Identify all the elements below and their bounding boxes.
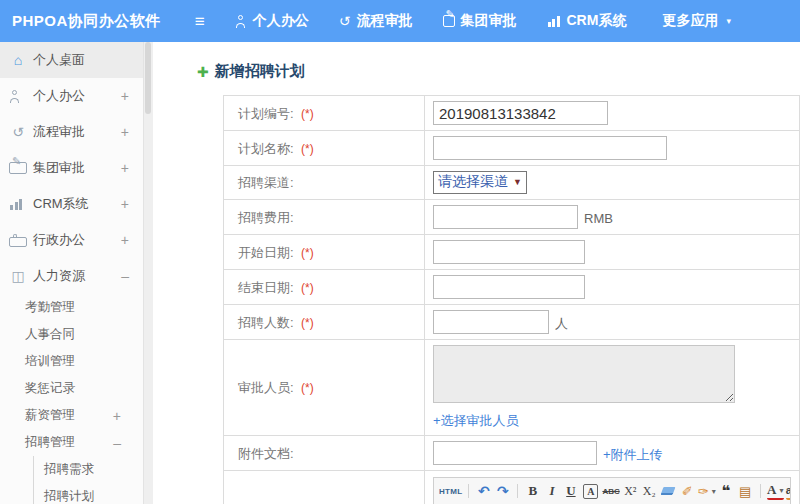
undo-button[interactable]: ↶: [475, 482, 492, 500]
sidebar: ⌂个人桌面个人办公+↺流程审批+集团审批+CRM系统+行政办公+◫人力资源–考勤…: [0, 42, 143, 504]
italic-button[interactable]: I: [543, 482, 560, 500]
editor-toolbar-row-1: HTML↶↷BIUAABCX²X₂✐✑▾❝▤A▾ab▾: [434, 478, 790, 504]
sidebar-item-recruit-demand[interactable]: 招聘需求: [34, 456, 143, 483]
book-icon: ◫: [9, 269, 27, 283]
expand-toggle-icon[interactable]: –: [113, 435, 121, 451]
subscript-button[interactable]: X₂: [641, 482, 658, 500]
sidebar-item-salary-mgmt[interactable]: 薪资管理+: [0, 402, 143, 429]
chart-icon: [9, 198, 27, 210]
recruit-fee-label: 招聘费用:: [238, 210, 294, 225]
start-date-input[interactable]: [433, 240, 585, 264]
topbar: PHPOA协同办公软件 ≡ 个人办公↺流程审批集团审批CRM系统更多应用▾: [0, 0, 800, 42]
page-title: ✚ 新增招聘计划: [197, 62, 800, 81]
end-date-value-cell: [425, 270, 800, 305]
sidebar-item-crm-system[interactable]: CRM系统+: [0, 186, 143, 222]
expand-toggle-icon[interactable]: +: [121, 124, 129, 140]
redo-button[interactable]: ↷: [494, 482, 511, 500]
attachment-input[interactable]: [433, 441, 597, 465]
sidebar-item-recruit-plan[interactable]: 招聘计划: [34, 483, 143, 504]
sidebar-item-attendance-mgmt[interactable]: 考勤管理: [0, 294, 143, 321]
format-painter-dropdown[interactable]: ✑▾: [698, 482, 716, 500]
home-icon: ⌂: [9, 53, 27, 67]
caret-down-icon: ▾: [712, 487, 716, 496]
edit-icon: [443, 15, 455, 27]
menu-toggle-icon[interactable]: ≡: [195, 13, 205, 30]
recruit-fee-input[interactable]: [433, 205, 578, 229]
sidebar-item-admin-office[interactable]: 行政办公+: [0, 222, 143, 258]
expand-toggle-icon[interactable]: +: [121, 196, 129, 212]
process-icon: ↺: [339, 14, 351, 28]
superscript-button[interactable]: X²: [622, 482, 639, 500]
personal-desktop-label: 个人桌面: [33, 51, 133, 69]
scrollbar-thumb[interactable]: [145, 42, 151, 114]
underline-button[interactable]: U: [562, 482, 579, 500]
expand-toggle-icon[interactable]: +: [121, 232, 129, 248]
approvers-label: 审批人员:: [238, 380, 294, 395]
personal-office-label: 个人办公: [253, 12, 309, 30]
topnav-crm-system[interactable]: CRM系统: [547, 12, 627, 30]
training-mgmt-label: 培训管理: [25, 353, 143, 370]
remove-format-button[interactable]: ✐: [679, 482, 696, 500]
recruit-fee-value-cell: RMB: [425, 200, 800, 235]
form-row-attachment: 附件文档:+附件上传: [224, 436, 800, 471]
human-resources-label: 人力资源: [33, 267, 121, 285]
caret-down-icon: ▼: [513, 177, 522, 187]
recruit-plan-form: 计划编号: (*)计划名称: (*)招聘渠道:请选择渠道▼招聘费用:RMB开始日…: [223, 95, 800, 504]
recruit-channel-select[interactable]: 请选择渠道▼: [433, 171, 527, 194]
attachment-label-cell: 附件文档:: [224, 436, 425, 471]
sidebar-item-group-approval[interactable]: 集团审批+: [0, 150, 143, 186]
topnav-group-approval[interactable]: 集团审批: [443, 12, 517, 30]
paste-button[interactable]: ▤: [737, 482, 754, 500]
required-mark: (*): [298, 381, 314, 395]
topnav-personal-office[interactable]: 个人办公: [235, 12, 309, 30]
sidebar-item-hr-contract[interactable]: 人事合同: [0, 321, 143, 348]
plan-name-label: 计划名称:: [238, 141, 294, 156]
sidebar-item-personal-office[interactable]: 个人办公+: [0, 78, 143, 114]
topnav-workflow-approval[interactable]: ↺流程审批: [339, 12, 413, 30]
required-mark: (*): [298, 316, 314, 330]
sidebar-item-personal-desktop[interactable]: ⌂个人桌面: [0, 42, 143, 78]
expand-toggle-icon[interactable]: +: [121, 160, 129, 176]
sidebar-item-recruitment-mgmt[interactable]: 招聘管理–: [0, 429, 143, 456]
chart-icon: [547, 15, 561, 27]
approvers-link[interactable]: +选择审批人员: [433, 413, 519, 428]
sidebar-item-human-resources[interactable]: ◫人力资源–: [0, 258, 143, 294]
main-content: ✚ 新增招聘计划 计划编号: (*)计划名称: (*)招聘渠道:请选择渠道▼招聘…: [153, 42, 800, 504]
sidebar-item-reward-punishment[interactable]: 奖惩记录: [0, 375, 143, 402]
app-window: PHPOA协同办公软件 ≡ 个人办公↺流程审批集团审批CRM系统更多应用▾ ⌂个…: [0, 0, 800, 504]
form-row-recruit-channel: 招聘渠道:请选择渠道▼: [224, 166, 800, 200]
char-border-button[interactable]: A: [583, 484, 598, 499]
sidebar-scrollbar[interactable]: [143, 42, 153, 504]
caret-down-icon: ▾: [779, 486, 783, 495]
strikethrough-button[interactable]: ABC: [602, 482, 619, 500]
start-date-value-cell: [425, 235, 800, 270]
end-date-label-cell: 结束日期: (*): [224, 270, 425, 305]
bold-button[interactable]: B: [524, 482, 541, 500]
end-date-input[interactable]: [433, 275, 585, 299]
plan-name-input[interactable]: [433, 136, 667, 160]
required-mark: (*): [298, 246, 314, 260]
sidebar-item-workflow-approval[interactable]: ↺流程审批+: [0, 114, 143, 150]
expand-toggle-icon[interactable]: –: [121, 268, 129, 284]
expand-toggle-icon[interactable]: +: [113, 408, 121, 424]
sidebar-item-training-mgmt[interactable]: 培训管理: [0, 348, 143, 375]
headcount-input[interactable]: [433, 310, 549, 334]
expand-toggle-icon[interactable]: +: [121, 88, 129, 104]
highlight-color-dropdown[interactable]: ab▾: [786, 483, 790, 500]
plan-number-input[interactable]: [433, 101, 608, 125]
group-approval-label: 集团审批: [461, 12, 517, 30]
eraser-button[interactable]: [660, 482, 677, 500]
approvers-textarea[interactable]: [433, 345, 735, 403]
html-source-button[interactable]: HTML: [439, 482, 462, 500]
approvers-value-cell: +选择审批人员: [425, 340, 800, 436]
approvers-label-cell: 审批人员: (*): [224, 340, 425, 436]
crm-system-label: CRM系统: [33, 195, 121, 213]
topnav-more-apps[interactable]: 更多应用▾: [656, 12, 731, 30]
plan-content-value-cell: HTML↶↷BIUAABCX²X₂✐✑▾❝▤A▾ab▾自定义标题▾段落格式▾字体…: [425, 471, 800, 504]
attendance-mgmt-label: 考勤管理: [25, 299, 143, 316]
plan-number-label-cell: 计划编号: (*): [224, 96, 425, 131]
person-icon: [235, 15, 247, 28]
font-color-dropdown[interactable]: A▾: [767, 483, 784, 500]
attachment-link[interactable]: +附件上传: [603, 447, 663, 462]
blockquote-button[interactable]: ❝: [718, 482, 735, 500]
